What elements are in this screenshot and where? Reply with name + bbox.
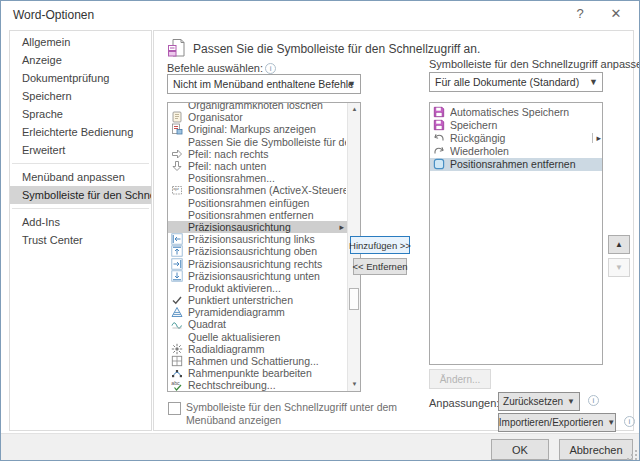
list-item-label: Quadrat	[188, 318, 346, 330]
reset-dropdown-button[interactable]: Zurücksetzen▼	[498, 392, 580, 411]
list-item-label: Passen Sie die Symbolleiste für den ...	[188, 136, 346, 148]
list-item[interactable]: Organigrammknoten löschen	[168, 102, 360, 111]
list-item[interactable]: xyzPositionsrahmen (ActiveX-Steuerele...	[168, 184, 360, 196]
list-item[interactable]: Radialdiagramm	[168, 343, 360, 355]
list-item[interactable]: Original: Markups anzeigen	[168, 123, 360, 135]
list-item-label: Präzisionsausrichtung rechts	[188, 258, 346, 270]
no-icon	[171, 102, 184, 111]
modify-button[interactable]: Ändern...	[429, 369, 491, 389]
list-item-label: Rahmenpunkte bearbeiten	[188, 367, 346, 379]
spelling-icon: abc	[171, 379, 184, 391]
show-markup-icon	[171, 123, 184, 135]
sidebar-item-sprache[interactable]: Sprache	[10, 105, 151, 123]
list-item-label: Wiederholen	[450, 145, 602, 157]
add-button[interactable]: Hinzufügen >>	[350, 236, 410, 254]
show-below-ribbon-label: Symbolleiste für den Schnellzugriff unte…	[186, 401, 428, 427]
list-item[interactable]: Automatisches Speichern	[430, 105, 602, 118]
list-item[interactable]: Speichern	[430, 118, 602, 131]
resize-grip[interactable]	[627, 450, 637, 460]
info-icon[interactable]: i	[265, 63, 276, 74]
info-icon[interactable]: i	[624, 416, 635, 427]
close-icon[interactable]: ✕	[603, 4, 629, 24]
sidebar-item-allgemein[interactable]: Allgemein	[10, 33, 151, 51]
list-item[interactable]: Pfeil: nach rechts	[168, 148, 360, 160]
list-item-label: Rückgängig	[450, 132, 592, 144]
sidebar-item-dokumentprüfung[interactable]: Dokumentprüfung	[10, 69, 151, 87]
list-item-label: Organisator	[188, 111, 346, 123]
borders-shading-icon	[171, 355, 184, 367]
check-icon	[171, 294, 184, 306]
scrollbar-thumb[interactable]	[349, 288, 359, 310]
arrow-down-icon	[171, 160, 184, 172]
list-item[interactable]: Punktiert unterstrichen	[168, 294, 360, 306]
list-item[interactable]: Quadrat	[168, 318, 360, 330]
remove-button[interactable]: << Entfernen	[353, 258, 407, 275]
sidebar-item-trust-center[interactable]: Trust Center	[10, 231, 151, 249]
move-down-button[interactable]: ▼	[608, 258, 630, 277]
list-item[interactable]: Positionsrahmen entfernen	[430, 158, 602, 171]
list-item-label: Positionsrahmen entfernen	[188, 209, 346, 221]
import-export-label: Importieren/Exportieren	[499, 417, 604, 428]
word-options-dialog: Word-Optionen ? ✕ AllgemeinAnzeigeDokume…	[0, 0, 640, 461]
chevron-down-icon: ▼	[347, 75, 356, 93]
scroll-up-icon[interactable]: ▲	[348, 103, 361, 116]
chevron-down-icon: ▼	[589, 73, 598, 91]
ok-button[interactable]: OK	[491, 439, 549, 460]
move-up-button[interactable]: ▲	[608, 235, 630, 254]
list-item[interactable]: Präzisionsausrichtung unten	[168, 270, 360, 282]
sidebar-item-add-ins[interactable]: Add-Ins	[10, 213, 151, 231]
scroll-down-icon[interactable]: ▼	[348, 378, 361, 391]
list-item[interactable]: Pfeil: nach unten	[168, 160, 360, 172]
radial-icon	[171, 343, 184, 355]
sidebar-item-anzeige[interactable]: Anzeige	[10, 51, 151, 69]
list-item[interactable]: Organisator	[168, 111, 360, 123]
no-icon	[171, 221, 184, 233]
pyramid-icon	[171, 306, 184, 318]
sidebar-divider	[12, 208, 149, 209]
document-scope-dropdown[interactable]: Für alle Dokumente (Standard) ▼	[429, 72, 603, 92]
list-item[interactable]: Wiederholen	[430, 145, 602, 158]
edit-points-icon	[171, 367, 184, 379]
import-export-dropdown-button[interactable]: Importieren/Exportieren▼	[498, 413, 616, 432]
sidebar: AllgemeinAnzeigeDokumentprüfungSpeichern…	[9, 30, 152, 431]
list-item[interactable]: Produkt aktivieren...	[168, 282, 360, 294]
list-item[interactable]: Quelle aktualisieren	[168, 331, 360, 343]
list-item-label: Präzisionsausrichtung	[188, 221, 339, 233]
list-item[interactable]: Rückgängig▸	[430, 131, 602, 144]
choose-commands-dropdown[interactable]: Nicht im Menüband enthaltene Befehle ▼	[167, 74, 361, 94]
sidebar-item-symbolleiste-für-den-schnellzugriff[interactable]: Symbolleiste für den Schnellzugriff	[10, 186, 151, 204]
sidebar-item-menüband-anpassen[interactable]: Menüband anpassen	[10, 168, 151, 186]
sidebar-item-speichern[interactable]: Speichern	[10, 87, 151, 105]
list-item[interactable]: Positionsrahmen einfügen	[168, 197, 360, 209]
customize-toolbar-label: Symbolleiste für den Schnellzugriff anpa…	[429, 58, 640, 70]
square-icon	[171, 318, 184, 330]
svg-text:abc: abc	[171, 380, 180, 386]
list-item[interactable]: Präzisionsausrichtung oben	[168, 245, 360, 257]
help-icon[interactable]: ?	[567, 4, 593, 24]
list-item[interactable]: Pyramidendiagramm	[168, 306, 360, 318]
chevron-down-icon: ▼	[567, 397, 575, 406]
list-item[interactable]: Präzisionsausrichtung links	[168, 233, 360, 245]
list-item[interactable]: Positionsrahmen entfernen	[168, 209, 360, 221]
save-icon	[433, 119, 446, 131]
list-item[interactable]: Rahmenpunkte bearbeiten	[168, 367, 360, 379]
info-icon[interactable]: i	[588, 395, 599, 406]
arrow-down-icon: ▼	[615, 263, 623, 272]
main-panel: Passen Sie die Symbolleiste für den Schn…	[153, 30, 634, 431]
remove-frame-icon	[433, 158, 446, 170]
list-item[interactable]: Rahmen und Schattierung...	[168, 355, 360, 367]
list-item-label: Pyramidendiagramm	[188, 306, 346, 318]
align-right-icon	[171, 258, 184, 270]
cancel-button[interactable]: Abbrechen	[559, 439, 633, 460]
quick-access-list: Automatisches SpeichernSpeichernRückgäng…	[429, 102, 603, 365]
list-item[interactable]: Passen Sie die Symbolleiste für den ...	[168, 136, 360, 148]
no-icon	[171, 209, 184, 221]
list-item[interactable]: Präzisionsausrichtung▸	[168, 221, 360, 233]
sidebar-item-erweitert[interactable]: Erweitert	[10, 141, 151, 159]
list-item[interactable]: Positionsrahmen...	[168, 172, 360, 184]
list-item[interactable]: abcRechtschreibung...	[168, 379, 360, 391]
list-item[interactable]: Präzisionsausrichtung rechts	[168, 257, 360, 269]
sidebar-item-erleichterte-bedienung[interactable]: Erleichterte Bedienung	[10, 123, 151, 141]
arrow-up-icon: ▲	[615, 240, 623, 249]
show-below-ribbon-checkbox[interactable]	[168, 402, 181, 415]
